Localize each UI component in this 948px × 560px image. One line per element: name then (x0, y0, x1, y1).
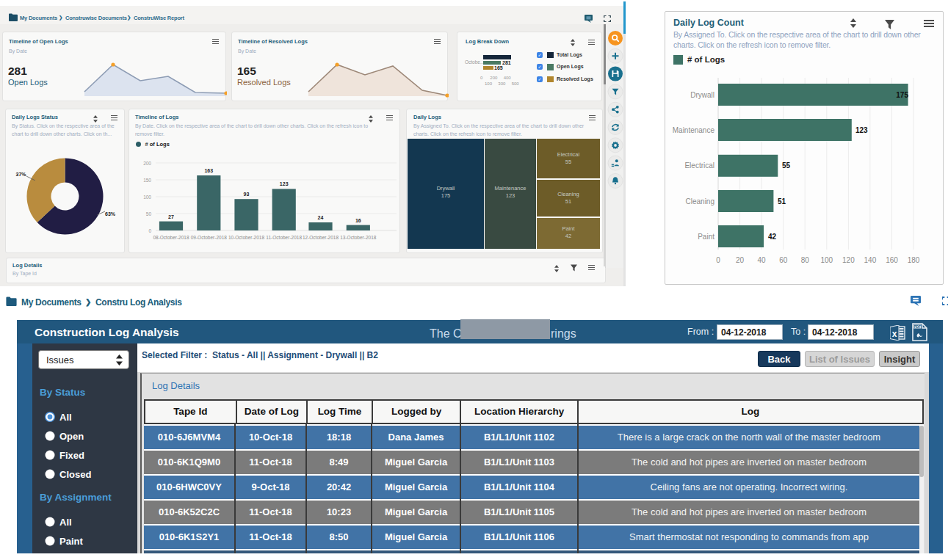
svg-text:27: 27 (168, 214, 174, 219)
svg-text:16: 16 (355, 218, 361, 223)
svg-text:93: 93 (244, 192, 250, 197)
svg-text:10-October-2018: 10-October-2018 (228, 235, 265, 240)
svg-text:123: 123 (280, 181, 289, 186)
svg-text:Paint: Paint (698, 233, 714, 241)
svg-text:11-October-2018: 11-October-2018 (266, 235, 302, 240)
svg-text:100: 100 (820, 256, 833, 264)
svg-text:180: 180 (908, 256, 920, 264)
svg-text:Maintenance: Maintenance (673, 126, 715, 134)
svg-text:Drywall: Drywall (690, 91, 714, 99)
svg-text:140: 140 (864, 256, 877, 264)
svg-text:08-October-2018: 08-October-2018 (153, 235, 189, 240)
svg-text:150: 150 (143, 178, 151, 183)
svg-text:50: 50 (146, 211, 152, 217)
svg-text:13-October-2018: 13-October-2018 (340, 235, 377, 240)
svg-text:09-October-2018: 09-October-2018 (191, 235, 228, 240)
svg-text:0: 0 (148, 228, 151, 233)
svg-text:120: 120 (842, 256, 855, 264)
svg-text:40: 40 (758, 256, 767, 264)
svg-text:55: 55 (782, 161, 791, 170)
svg-text:60: 60 (779, 256, 788, 264)
svg-text:12-October-2018: 12-October-2018 (303, 235, 339, 240)
svg-text:175: 175 (896, 91, 908, 99)
svg-text:24: 24 (318, 215, 324, 220)
svg-text:200: 200 (143, 161, 151, 166)
svg-text:51: 51 (778, 197, 786, 206)
svg-text:163: 163 (204, 168, 213, 173)
svg-text:160: 160 (886, 256, 898, 264)
svg-text:80: 80 (801, 256, 810, 264)
svg-text:20: 20 (736, 256, 745, 264)
svg-text:x: x (892, 329, 897, 339)
svg-text:42: 42 (768, 233, 777, 241)
svg-text:Cleaning: Cleaning (686, 197, 714, 206)
svg-text:123: 123 (855, 126, 868, 134)
svg-text:100: 100 (143, 194, 151, 200)
svg-text:0: 0 (716, 256, 720, 264)
svg-text:Electrical: Electrical (684, 161, 714, 170)
svg-text:PDF: PDF (913, 325, 921, 329)
